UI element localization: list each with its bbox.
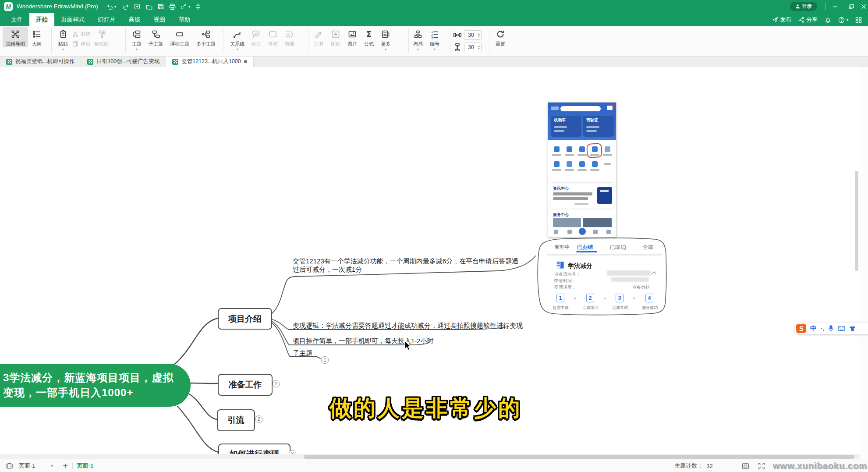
toolbar-button-multi-topic[interactable]: 多个主题 (193, 27, 219, 47)
icon-icon (331, 29, 340, 39)
menu-tab-file[interactable]: 文件 (4, 13, 29, 26)
fit-to-window-icon[interactable] (742, 463, 749, 469)
undo-button[interactable] (106, 3, 113, 11)
ime-keyboard-icon[interactable] (838, 326, 845, 331)
subtopic-text-2[interactable]: 变现逻辑：学法减分需要答题通过才能成功减分，通过卖拍照搜题软件进行变现 (293, 321, 523, 330)
menu-tab-help[interactable]: 帮助 (172, 13, 197, 26)
layout-dropdown-icon[interactable]: ▼ (417, 48, 420, 51)
topic-node-traffic[interactable]: 引流 (217, 409, 255, 431)
mindmap-canvas[interactable]: 3学法减分，新蓝海项目项目，虚拟 变现，一部手机日入1000+ 项目介绍 准备工… (0, 67, 868, 459)
ime-toolbar[interactable]: S 中 ·, (794, 323, 868, 334)
redo-button[interactable] (122, 3, 130, 11)
relationship-dropdown-icon[interactable]: ▼ (236, 48, 239, 51)
toolbar-button-topic[interactable]: 主题▼ (129, 27, 145, 51)
apps-grid-icon[interactable] (855, 17, 862, 23)
ime-punctuation-icon[interactable]: ·, (821, 325, 824, 332)
toolbar-button-outline[interactable]: 大纲 (29, 27, 45, 47)
chevron-up-icon[interactable] (651, 271, 657, 275)
login-button[interactable]: 登录 (790, 2, 817, 11)
document-tab-2[interactable]: 交管12123...机日入1000 (166, 56, 254, 67)
toolbar-divider (408, 28, 409, 53)
help-menu-icon[interactable]: ▾ (838, 17, 848, 23)
page-select-dropdown[interactable]: 页面-1 ▼ (19, 462, 53, 470)
toolbar-button-picture[interactable]: 图片 (344, 27, 360, 47)
active-page-tab[interactable]: 页面-1 (77, 462, 94, 470)
menu-tab-advanced[interactable]: 高级 (122, 13, 147, 26)
outline-icon (32, 29, 41, 39)
topic-node-preparation[interactable]: 准备工作 (218, 374, 273, 396)
notifications-bell-icon[interactable] (825, 17, 831, 23)
toolbar-button-copy[interactable]: 拷贝 (72, 40, 90, 48)
v-spacing-down-icon[interactable]: ▼ (478, 47, 480, 50)
collapse-badge-1[interactable]: 1 (321, 356, 329, 364)
toolbar-button-numbering[interactable]: 123编号▼ (427, 27, 443, 51)
toolbar-button-icon[interactable]: 图标 (328, 27, 344, 47)
toolbar-button-paste[interactable]: 粘贴▼ (55, 27, 71, 51)
toolbar-button-relationship[interactable]: 关系线▼ (227, 27, 248, 51)
ime-language-chinese[interactable]: 中 (810, 324, 817, 333)
toolbar-button-callout[interactable]: 标注 (248, 27, 264, 47)
spacing-controls: 30▲▼30▲▼ (453, 27, 482, 52)
paste-dropdown-icon[interactable]: ▼ (62, 48, 65, 51)
panel-row-label-2: 申请时间： (554, 278, 576, 284)
export-dropdown-icon[interactable]: ▾ (188, 5, 190, 9)
h-spacing-input[interactable]: 30▲▼ (464, 30, 482, 40)
page-view-icon[interactable] (5, 463, 14, 469)
v-spacing-input[interactable]: 30▲▼ (464, 43, 482, 52)
menu-tab-home[interactable]: 开始 (29, 13, 54, 26)
maximize-button[interactable] (846, 2, 857, 11)
sogou-ime-logo-icon[interactable]: S (796, 323, 806, 334)
toolbar-button-format-painter[interactable]: 格式刷 (91, 27, 112, 47)
toolbar-button-floating-topic[interactable]: 浮动主题 (167, 27, 192, 47)
ime-mic-icon[interactable] (828, 325, 834, 332)
numbering-dropdown-icon[interactable]: ▼ (433, 48, 436, 51)
more-dropdown-icon[interactable]: ▼ (384, 48, 387, 51)
share-button[interactable]: 分享 (798, 16, 818, 24)
toolbar-button-note[interactable]: 注释 (311, 27, 327, 47)
toolbar-button-mindmap[interactable]: 思维导图 (3, 27, 28, 47)
toolbar-divider (308, 28, 308, 53)
save-button[interactable] (157, 3, 165, 11)
panel-card-title: 学法减分 (568, 262, 592, 270)
topic-node-project-intro[interactable]: 项目介绍 (218, 308, 272, 330)
subtopic-text-1[interactable]: 交管12123有一个学法减分功能，一个周期内最多减6分，在平台申请后答题通过后可… (293, 257, 522, 273)
fullscreen-icon[interactable] (758, 463, 765, 469)
menu-tab-page-style[interactable]: 页面样式 (54, 13, 91, 26)
add-page-button[interactable]: + (63, 461, 67, 471)
panel-tab-accepting[interactable]: 受理中 (554, 244, 570, 251)
ime-skin-shirt-icon[interactable] (849, 326, 856, 331)
publish-button[interactable]: 发布 (772, 16, 791, 24)
toolbar-button-formula[interactable]: Σ公式 (361, 27, 377, 47)
print-button[interactable] (168, 3, 176, 11)
document-tab-1[interactable]: 日引100创...可接广告变现 (81, 56, 166, 67)
export-button[interactable] (180, 3, 188, 11)
undo-dropdown-icon[interactable]: ▾ (114, 5, 116, 9)
toolbar-button-reset[interactable]: 重置 (492, 27, 508, 47)
panel-tab-completed[interactable]: 已办结 (577, 244, 593, 251)
horizontal-scrollbar-thumb[interactable] (304, 455, 854, 459)
h-spacing-down-icon[interactable]: ▼ (478, 35, 480, 38)
toolbar-button-subtopic[interactable]: 子主题 (145, 27, 166, 47)
toolbar-button-more[interactable]: 更多▼ (378, 27, 393, 51)
toolbar-button-summary[interactable]: 概要 (282, 27, 298, 47)
collapse-badge-2[interactable]: 2 (273, 380, 280, 387)
toolbar-toggle-icon[interactable] (194, 3, 202, 11)
panel-tab-all[interactable]: 全部 (643, 244, 653, 251)
new-file-button[interactable] (133, 3, 141, 11)
close-button[interactable] (858, 2, 868, 11)
panel-tab-cancelled[interactable]: 已取消 (610, 244, 626, 251)
vertical-scrollbar-thumb[interactable] (855, 171, 858, 271)
subtopic-text-3[interactable]: 项目操作简单，一部手机即可，每天投入1-2小时 (293, 337, 434, 345)
document-tab-0[interactable]: 祝福类壁纸...机即可操作 (0, 56, 81, 67)
toolbar-button-cut[interactable]: 剪切 (72, 30, 90, 38)
minimize-button[interactable] (829, 2, 841, 11)
subtopic-text-4[interactable]: 子主题 (293, 349, 312, 357)
central-topic-node[interactable]: 3学法减分，新蓝海项目项目，虚拟 变现，一部手机日入1000+ (0, 364, 191, 407)
collapse-badge-3[interactable]: 2 (255, 415, 262, 423)
menu-tab-slideshow[interactable]: 幻灯片 (91, 13, 122, 26)
open-file-button[interactable] (145, 3, 153, 11)
menu-tab-view[interactable]: 视图 (147, 13, 172, 26)
toolbar-button-boundary[interactable]: 外框 (265, 27, 281, 47)
topic-dropdown-icon[interactable]: ▼ (135, 48, 138, 51)
toolbar-button-layout[interactable]: 布局▼ (410, 27, 426, 51)
